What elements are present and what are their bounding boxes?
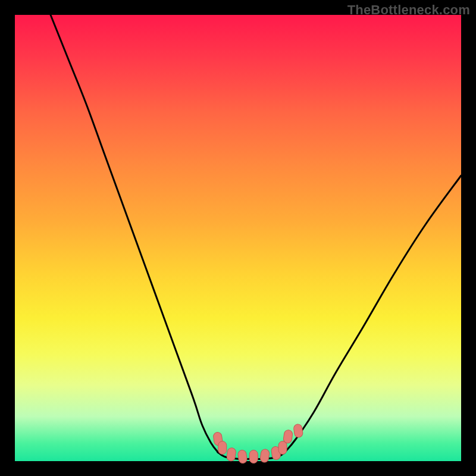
data-marker bbox=[278, 441, 287, 455]
curve-group bbox=[51, 15, 461, 459]
data-marker bbox=[283, 430, 293, 444]
data-marker bbox=[218, 441, 227, 455]
watermark-text: TheBottleneck.com bbox=[347, 2, 470, 18]
data-marker bbox=[237, 450, 248, 464]
data-marker bbox=[249, 450, 258, 464]
chart-frame: TheBottleneck.com bbox=[0, 0, 476, 476]
bottleneck-curve bbox=[51, 15, 461, 459]
data-marker bbox=[260, 449, 270, 463]
plot-area bbox=[15, 15, 461, 461]
data-marker bbox=[293, 424, 303, 438]
chart-svg bbox=[15, 15, 461, 461]
